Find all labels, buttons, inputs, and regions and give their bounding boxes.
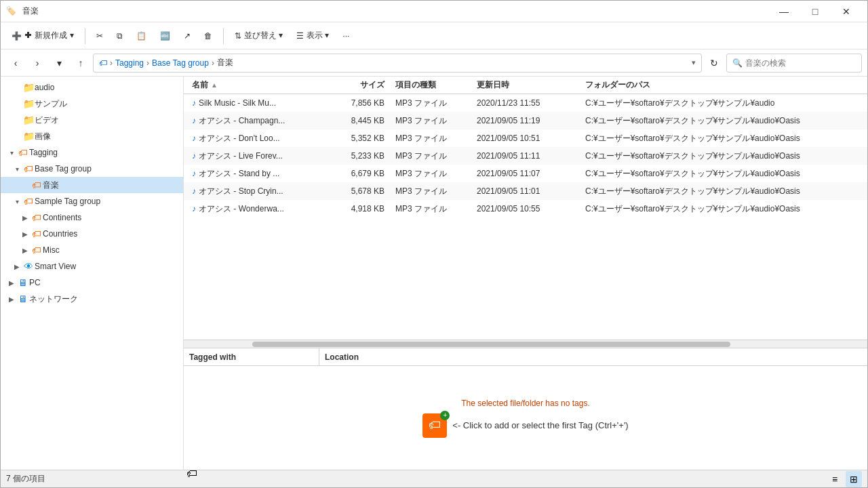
table-row[interactable]: ♪ オアシス - Wonderwa... 4,918 KB MP3 ファイル 2… [184,200,867,218]
file-date-cell: 2021/09/05 11:01 [471,186,580,196]
file-path-cell: C:¥ユーザー¥softaro¥デスクトップ¥サンプル¥audio¥Oasis [580,203,865,215]
more-button[interactable]: ··· [337,25,355,47]
breadcrumb-root-icon[interactable]: 🏷 [99,58,107,68]
tag-add-icon[interactable]: 🏷 + [422,413,447,438]
cut-button[interactable]: ✂ [91,25,108,47]
file-name: オアシス - Don't Loo... [199,133,280,144]
col-header-type[interactable]: 項目の種類 [390,79,471,91]
file-date-cell: 2020/11/23 11:55 [471,98,580,108]
paste-button[interactable]: 📋 [131,25,152,47]
network-icon: 🖥 [17,293,29,304]
sidebar-label-continents: Continents [43,213,178,222]
folder-icon-sample: 📁 [22,98,35,109]
mp3-file-icon: ♪ [192,204,196,214]
view-toggle-button[interactable]: ☰ 表示 ▾ [291,25,334,47]
breadcrumb-dropdown-icon[interactable]: ▾ [692,58,696,67]
file-name-cell: ♪ オアシス - Stand by ... [186,168,336,180]
history-button[interactable]: ▾ [50,54,68,73]
sidebar-item-sample[interactable]: 📁 サンプル [1,96,183,112]
list-view-button[interactable]: ≡ [827,471,843,487]
file-type-cell: MP3 ファイル [390,133,471,144]
col-header-date[interactable]: 更新日時 [471,79,580,91]
col-header-path[interactable]: フォルダーのパス [580,79,865,91]
mp3-file-icon: ♪ [192,98,196,108]
sidebar-label-base-tag-group: Base Tag group [35,164,178,174]
toolbar: ➕ 🞤 新規作成 ▾ ✂ ⧉ 📋 🔤 ↗ 🗑 ⇅ 並び替え ▾ ☰ 表示 ▾ [1,22,867,49]
sidebar-item-video[interactable]: 📁 ビデオ [1,112,183,128]
forward-button[interactable]: › [28,54,47,73]
file-name-cell: ♪ Silk Music - Silk Mu... [186,98,336,108]
file-size-cell: 8,445 KB [336,116,390,125]
table-row[interactable]: ♪ Silk Music - Silk Mu... 7,856 KB MP3 フ… [184,94,867,112]
back-button[interactable]: ‹ [6,54,25,73]
sidebar-item-misc[interactable]: ▶ 🏷 Misc [1,242,183,258]
file-date-cell: 2021/09/05 11:07 [471,169,580,178]
breadcrumb-basetaggroup[interactable]: Base Tag group [152,58,209,68]
folder-icon-audio: 📁 [22,82,35,93]
table-row[interactable]: ♪ オアシス - Don't Loo... 5,352 KB MP3 ファイル … [184,129,867,147]
tag-icon-countries: 🏷 [31,228,43,239]
sidebar-item-continents[interactable]: ▶ 🏷 Continents [1,209,183,226]
file-name: オアシス - Champagn... [199,115,285,127]
share-button[interactable]: ↗ [178,25,196,47]
sidebar-item-image[interactable]: 📁 画像 [1,128,183,144]
sidebar-label-image: 画像 [35,131,178,142]
file-name-cell: ♪ オアシス - Champagn... [186,115,336,127]
search-icon: 🔍 [732,58,743,68]
new-button[interactable]: ➕ 🞤 新規作成 ▾ [6,25,79,47]
file-path-cell: C:¥ユーザー¥softaro¥デスクトップ¥サンプル¥audio¥Oasis [580,168,865,180]
file-name: オアシス - Stop Cryin... [199,186,283,197]
expand-icon-misc: ▶ [20,247,31,254]
delete-button[interactable]: 🗑 [199,25,218,47]
copy-icon: ⧉ [117,31,123,41]
breadcrumb-tagging[interactable]: Tagging [115,58,144,68]
expand-icon-smart-view: ▶ [12,263,22,270]
table-row[interactable]: ♪ オアシス - Live Forev... 5,233 KB MP3 ファイル… [184,147,867,165]
sort-button[interactable]: ⇅ 並び替え ▾ [229,25,288,47]
file-size-cell: 6,679 KB [336,169,390,178]
mp3-file-icon: ♪ [192,169,196,178]
maximize-button[interactable]: □ [800,1,831,22]
close-button[interactable]: ✕ [831,1,862,22]
table-row[interactable]: ♪ オアシス - Champagn... 8,445 KB MP3 ファイル 2… [184,112,867,129]
toolbar-separator-2 [223,28,224,44]
sidebar-label-pc: PC [29,278,178,287]
sidebar-label-sample: サンプル [35,98,178,110]
sidebar-item-audio[interactable]: 📁 audio [1,79,183,96]
file-type-cell: MP3 ファイル [390,168,471,180]
paste-icon: 📋 [136,31,146,41]
table-row[interactable]: ♪ オアシス - Stop Cryin... 5,678 KB MP3 ファイル… [184,182,867,200]
trash-icon: 🗑 [204,31,212,41]
table-row[interactable]: ♪ オアシス - Stand by ... 6,679 KB MP3 ファイル … [184,165,867,182]
breadcrumb-bar[interactable]: 🏷 › Tagging › Base Tag group › 音楽 ▾ [93,54,702,73]
file-name-cell: ♪ オアシス - Wonderwa... [186,203,336,215]
minimize-button[interactable]: — [768,1,800,22]
share-icon: ↗ [184,31,191,41]
refresh-button[interactable]: ↻ [705,54,724,73]
col-header-size[interactable]: サイズ [336,79,390,91]
file-name-cell: ♪ オアシス - Live Forev... [186,150,336,162]
sidebar-item-pc[interactable]: ▶ 🖥 PC [1,274,183,291]
detail-view-button[interactable]: ⊞ [846,471,862,487]
rename-button[interactable]: 🔤 [155,25,176,47]
copy-button[interactable]: ⧉ [111,25,128,47]
search-input[interactable] [745,58,856,68]
sidebar-item-sample-tag-group[interactable]: ▾ 🏷 Sample Tag group [1,193,183,209]
file-count: 7 個の項目 [6,473,45,485]
scrollbar-thumb[interactable] [252,342,731,347]
sidebar-item-smart-view[interactable]: ▶ 👁 Smart View [1,258,183,274]
file-path-cell: C:¥ユーザー¥softaro¥デスクトップ¥サンプル¥audio [580,98,865,109]
sidebar-item-tagging[interactable]: ▾ 🏷 Tagging [1,144,183,161]
horizontal-scrollbar[interactable] [184,340,867,348]
bottom-tag-icon: 🏷 [183,465,201,483]
col-header-name[interactable]: 名前 ▲ [186,79,336,91]
expand-icon-tagging: ▾ [6,149,17,157]
mp3-file-icon: ♪ [192,151,196,161]
sidebar-item-base-tag-group[interactable]: ▾ 🏷 Base Tag group [1,161,183,177]
file-type-cell: MP3 ファイル [390,115,471,127]
sidebar-item-network[interactable]: ▶ 🖥 ネットワーク [1,291,183,307]
folder-icon-video: 📁 [22,115,35,125]
sidebar-item-countries[interactable]: ▶ 🏷 Countries [1,226,183,242]
sidebar-item-music[interactable]: 🏷 音楽 [1,177,183,193]
up-button[interactable]: ↑ [71,54,90,73]
